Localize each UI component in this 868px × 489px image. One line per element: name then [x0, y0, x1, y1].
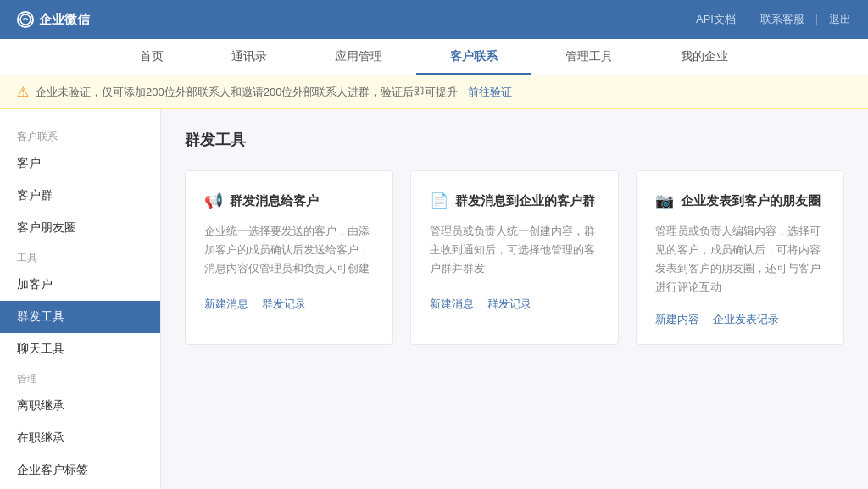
sep1: ｜	[743, 12, 754, 27]
card3-new-content[interactable]: 新建内容	[655, 312, 699, 327]
card1-header: 📢 群发消息给客户	[204, 192, 374, 210]
card2-title: 群发消息到企业的客户群	[455, 193, 595, 209]
card3-publish-record[interactable]: 企业发表记录	[713, 312, 779, 327]
sidebar-item-moments[interactable]: 客户朋友圈	[0, 212, 160, 244]
nav-customer-contact[interactable]: 客户联系	[416, 39, 531, 75]
header: 企业微信 API文档 ｜ 联系客服 ｜ 退出	[0, 0, 868, 39]
sidebar-item-customer[interactable]: 客户	[0, 147, 160, 180]
sep2: ｜	[811, 12, 822, 27]
cards-grid: 📢 群发消息给客户 企业统一选择要发送的客户，由添加客户的成员确认后发送给客户，…	[185, 170, 844, 345]
nav-contacts[interactable]: 通讯录	[198, 39, 301, 75]
card2-icon: 📄	[430, 192, 448, 210]
contact-link[interactable]: 联系客服	[760, 12, 804, 27]
card3-title: 企业发表到客户的朋友圈	[681, 193, 821, 209]
header-right: API文档 ｜ 联系客服 ｜ 退出	[696, 12, 851, 27]
card2-desc: 管理员或负责人统一创建内容，群主收到通知后，可选择他管理的客户群并群发	[430, 222, 599, 281]
sidebar-item-chat-tools[interactable]: 聊天工具	[0, 333, 160, 365]
nav-home[interactable]: 首页	[106, 39, 198, 75]
card-mass-to-customers: 📢 群发消息给客户 企业统一选择要发送的客户，由添加客户的成员确认后发送给客户，…	[185, 170, 393, 345]
logo-icon	[17, 11, 34, 28]
layout: 客户联系 客户 客户群 客户朋友圈 工具 加客户 群发工具 聊天工具 管理 离职…	[0, 109, 868, 489]
sidebar-item-customer-group[interactable]: 客户群	[0, 180, 160, 212]
nav-management-tools[interactable]: 管理工具	[531, 39, 647, 75]
card3-desc: 管理员或负责人编辑内容，选择可见的客户，成员确认后，可将内容发表到客户的朋友圈，…	[655, 222, 825, 297]
alert-banner: ⚠ 企业未验证，仅可添加200位外部联系人和邀请200位外部联系人进群，验证后即…	[0, 75, 868, 109]
card3-actions: 新建内容 企业发表记录	[655, 312, 825, 327]
card1-new-message[interactable]: 新建消息	[204, 297, 248, 312]
card1-title: 群发消息给客户	[230, 193, 319, 209]
main-nav: 首页 通讯录 应用管理 客户联系 管理工具 我的企业	[0, 39, 868, 75]
card3-header: 📷 企业发表到客户的朋友圈	[655, 192, 825, 210]
card3-icon: 📷	[655, 192, 674, 210]
page-title: 群发工具	[185, 130, 844, 150]
sidebar-item-resign-inherit[interactable]: 离职继承	[0, 390, 160, 422]
sidebar-item-add-customer[interactable]: 加客户	[0, 269, 160, 301]
card1-desc: 企业统一选择要发送的客户，由添加客户的成员确认后发送给客户，消息内容仅管理员和负…	[204, 222, 374, 281]
svg-point-0	[20, 14, 31, 25]
main-content: 群发工具 📢 群发消息给客户 企业统一选择要发送的客户，由添加客户的成员确认后发…	[161, 109, 868, 489]
logout-link[interactable]: 退出	[829, 12, 851, 27]
card2-send-record[interactable]: 群发记录	[487, 297, 531, 312]
api-doc-link[interactable]: API文档	[696, 12, 736, 27]
svg-point-2	[26, 19, 28, 20]
card1-send-record[interactable]: 群发记录	[262, 297, 306, 312]
card1-icon: 📢	[204, 192, 223, 210]
nav-app-management[interactable]: 应用管理	[301, 39, 416, 75]
sidebar-section-customer: 客户联系	[0, 123, 160, 147]
sidebar-section-tools: 工具	[0, 244, 160, 269]
card2-actions: 新建消息 群发记录	[430, 297, 599, 312]
card2-header: 📄 群发消息到企业的客户群	[430, 192, 599, 210]
card2-new-message[interactable]: 新建消息	[430, 297, 474, 312]
logo-text: 企业微信	[39, 12, 90, 28]
card-moments: 📷 企业发表到客户的朋友圈 管理员或负责人编辑内容，选择可见的客户，成员确认后，…	[636, 170, 844, 345]
sidebar-item-customer-label[interactable]: 企业客户标签	[0, 454, 160, 486]
logo: 企业微信	[17, 11, 90, 28]
svg-point-1	[23, 19, 25, 20]
sidebar-section-management: 管理	[0, 365, 160, 390]
sidebar-item-on-job-inherit[interactable]: 在职继承	[0, 422, 160, 454]
card1-actions: 新建消息 群发记录	[204, 297, 374, 312]
nav-my-company[interactable]: 我的企业	[647, 39, 762, 75]
sidebar: 客户联系 客户 客户群 客户朋友圈 工具 加客户 群发工具 聊天工具 管理 离职…	[0, 109, 161, 489]
sidebar-item-mass-send[interactable]: 群发工具	[0, 301, 160, 333]
alert-message: 企业未验证，仅可添加200位外部联系人和邀请200位外部联系人进群，验证后即可提…	[36, 85, 458, 100]
card-mass-to-group: 📄 群发消息到企业的客户群 管理员或负责人统一创建内容，群主收到通知后，可选择他…	[410, 170, 619, 345]
alert-verify-link[interactable]: 前往验证	[468, 85, 512, 100]
alert-icon: ⚠	[17, 84, 29, 100]
